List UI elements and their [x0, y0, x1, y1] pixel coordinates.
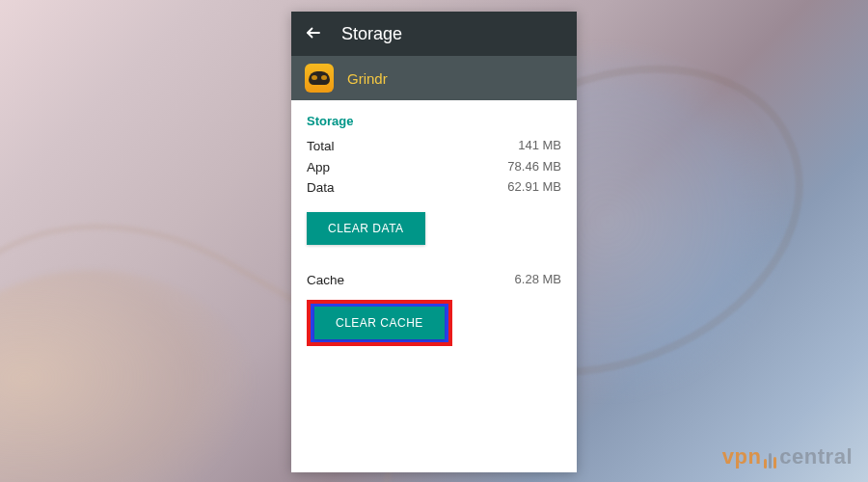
app-name-label: Grindr — [347, 70, 388, 87]
row-value: 6.28 MB — [515, 270, 561, 291]
grindr-app-icon — [305, 64, 334, 93]
content-area: Storage Total 141 MB App 78.46 MB Data 6… — [291, 100, 577, 360]
watermark-part2: central — [779, 444, 853, 469]
row-label: Total — [307, 136, 335, 157]
phone-screen: Storage Grindr Storage Total 141 MB App … — [291, 12, 577, 472]
storage-row-data: Data 62.91 MB — [307, 177, 561, 199]
cache-row: Cache 6.28 MB — [307, 270, 561, 291]
titlebar: Storage — [291, 12, 577, 56]
row-label: Cache — [307, 270, 344, 291]
watermark-part1: vpn — [722, 444, 762, 469]
watermark-bars-icon — [763, 443, 777, 469]
highlight-annotation: CLEAR CACHE — [307, 300, 452, 346]
row-value: 78.46 MB — [507, 157, 561, 178]
row-value: 62.91 MB — [507, 177, 561, 199]
row-label: App — [307, 157, 330, 178]
watermark-logo: vpncentral — [722, 444, 853, 470]
back-arrow-icon[interactable] — [305, 24, 322, 44]
storage-section-label: Storage — [307, 114, 561, 128]
cache-section: Cache 6.28 MB CLEAR CACHE — [307, 270, 561, 347]
storage-row-app: App 78.46 MB — [307, 157, 561, 178]
storage-row-total: Total 141 MB — [307, 136, 561, 157]
row-label: Data — [307, 177, 335, 199]
row-value: 141 MB — [518, 136, 561, 157]
page-title: Storage — [341, 24, 402, 44]
app-header-row: Grindr — [291, 56, 577, 100]
clear-data-button[interactable]: CLEAR DATA — [307, 212, 425, 245]
clear-cache-button[interactable]: CLEAR CACHE — [314, 307, 445, 339]
